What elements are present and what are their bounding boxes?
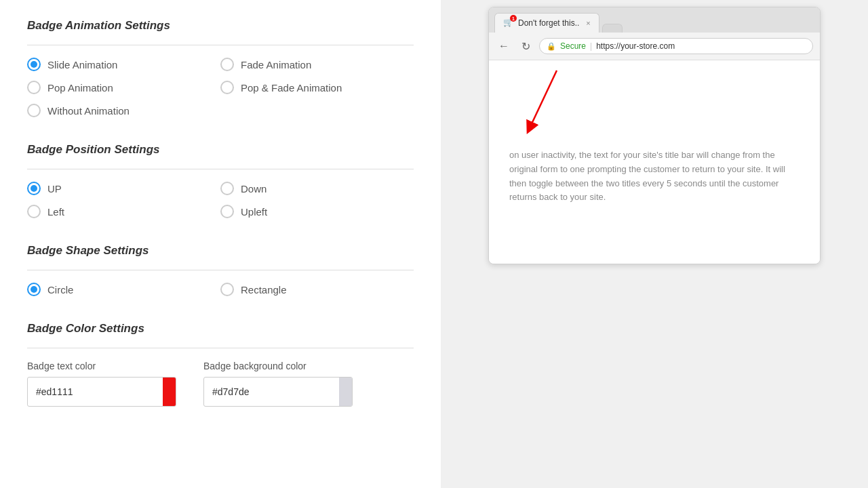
animation-pop-label: Pop Animation — [47, 82, 113, 94]
text-color-input[interactable] — [28, 380, 163, 404]
bg-color-field: Badge background color — [203, 361, 353, 407]
position-row-1: UP Down — [27, 182, 414, 195]
animation-popfade-radio[interactable] — [220, 81, 234, 94]
shape-circle-label: Circle — [47, 284, 73, 296]
color-row: Badge text color Badge background color — [27, 361, 414, 407]
browser-description: on user inactivity, the text for your si… — [509, 148, 800, 205]
badge-position-section: Badge Position Settings UP Down Left — [27, 143, 414, 228]
bg-color-input[interactable] — [204, 380, 339, 404]
animation-pop-radio[interactable] — [27, 81, 41, 94]
position-left-radio[interactable] — [27, 205, 41, 218]
animation-row-1: Slide Animation Fade Animation — [27, 58, 414, 71]
position-up-radio[interactable] — [27, 182, 41, 195]
browser-toolbar: ← ↻ 🔒 Secure | https://your-store.com — [489, 33, 820, 60]
animation-fade-radio[interactable] — [220, 58, 234, 71]
back-button[interactable]: ← — [496, 38, 512, 54]
shape-rectangle-label: Rectangle — [241, 284, 287, 296]
animation-options: Slide Animation Fade Animation Pop Anima… — [27, 58, 414, 127]
arrow-annotation — [516, 64, 577, 138]
badge-position-title: Badge Position Settings — [27, 143, 414, 157]
address-bar[interactable]: 🔒 Secure | https://your-store.com — [539, 38, 813, 54]
shape-rectangle-item[interactable]: Rectangle — [220, 283, 414, 296]
refresh-button[interactable]: ↻ — [517, 38, 534, 54]
animation-fade-label: Fade Animation — [241, 59, 311, 70]
position-down-item[interactable]: Down — [220, 182, 414, 195]
shape-circle-item[interactable]: Circle — [27, 283, 220, 296]
secure-icon: 🔒 — [547, 42, 556, 51]
position-down-radio[interactable] — [220, 182, 234, 195]
animation-none-label: Without Animation — [47, 105, 130, 117]
position-upleft-label: Upleft — [241, 206, 267, 218]
right-panel: 🛒 1 Don't forget this.. × ← ↻ 🔒 Secure |… — [441, 0, 868, 488]
animation-slide-item[interactable]: Slide Animation — [27, 58, 220, 71]
text-color-label: Badge text color — [27, 361, 176, 371]
shape-rectangle-radio[interactable] — [220, 283, 234, 296]
position-row-2: Left Upleft — [27, 205, 414, 218]
shape-options: Circle Rectangle — [27, 283, 414, 306]
url-text: https://your-store.com — [596, 41, 675, 51]
position-left-item[interactable]: Left — [27, 205, 220, 218]
address-separator: | — [590, 41, 592, 51]
badge-count: 1 — [510, 15, 517, 22]
tab-badge-icon: 🛒 1 — [503, 18, 514, 28]
position-upleft-radio[interactable] — [220, 205, 234, 218]
animation-divider — [27, 45, 414, 45]
bg-color-input-wrapper — [203, 377, 353, 407]
position-up-item[interactable]: UP — [27, 182, 220, 195]
svg-line-1 — [530, 70, 557, 128]
animation-popfade-label: Pop & Fade Animation — [241, 82, 342, 94]
badge-animation-section: Badge Animation Settings Slide Animation… — [27, 19, 414, 127]
tab-close-button[interactable]: × — [586, 19, 590, 27]
animation-none-item[interactable]: Without Animation — [27, 104, 220, 117]
animation-pop-item[interactable]: Pop Animation — [27, 81, 220, 94]
animation-none-radio[interactable] — [27, 104, 41, 117]
inactive-tab[interactable] — [602, 24, 623, 33]
shape-row-1: Circle Rectangle — [27, 283, 414, 296]
secure-text: Secure — [560, 41, 586, 51]
position-options: UP Down Left Upleft — [27, 182, 414, 228]
animation-fade-item[interactable]: Fade Animation — [220, 58, 414, 71]
active-tab[interactable]: 🛒 1 Don't forget this.. × — [494, 13, 599, 33]
browser-window: 🛒 1 Don't forget this.. × ← ↻ 🔒 Secure |… — [488, 7, 821, 264]
color-divider — [27, 348, 414, 348]
position-up-label: UP — [47, 183, 62, 195]
position-divider — [27, 169, 414, 169]
browser-content: on user inactivity, the text for your si… — [489, 60, 820, 264]
animation-slide-radio[interactable] — [27, 58, 41, 71]
text-color-swatch[interactable] — [163, 378, 176, 406]
animation-popfade-item[interactable]: Pop & Fade Animation — [220, 81, 414, 94]
bg-color-swatch[interactable] — [339, 378, 353, 406]
bg-color-label: Badge background color — [203, 361, 353, 371]
badge-color-title: Badge Color Settings — [27, 322, 414, 336]
shape-divider — [27, 270, 414, 270]
badge-animation-title: Badge Animation Settings — [27, 19, 414, 33]
badge-color-section: Badge Color Settings Badge text color Ba… — [27, 322, 414, 407]
browser-tabs: 🛒 1 Don't forget this.. × — [489, 7, 820, 33]
text-color-field: Badge text color — [27, 361, 176, 407]
position-down-label: Down — [241, 183, 267, 195]
animation-row-2: Pop Animation Pop & Fade Animation — [27, 81, 414, 94]
position-upleft-item[interactable]: Upleft — [220, 205, 414, 218]
badge-shape-title: Badge Shape Settings — [27, 244, 414, 258]
left-panel: Badge Animation Settings Slide Animation… — [0, 0, 441, 488]
text-color-input-wrapper — [27, 377, 176, 407]
shape-circle-radio[interactable] — [27, 283, 41, 296]
position-left-label: Left — [47, 206, 64, 218]
animation-row-3: Without Animation — [27, 104, 414, 117]
badge-shape-section: Badge Shape Settings Circle Rectangle — [27, 244, 414, 306]
tab-label: Don't forget this.. — [518, 18, 579, 28]
animation-slide-label: Slide Animation — [47, 59, 117, 70]
